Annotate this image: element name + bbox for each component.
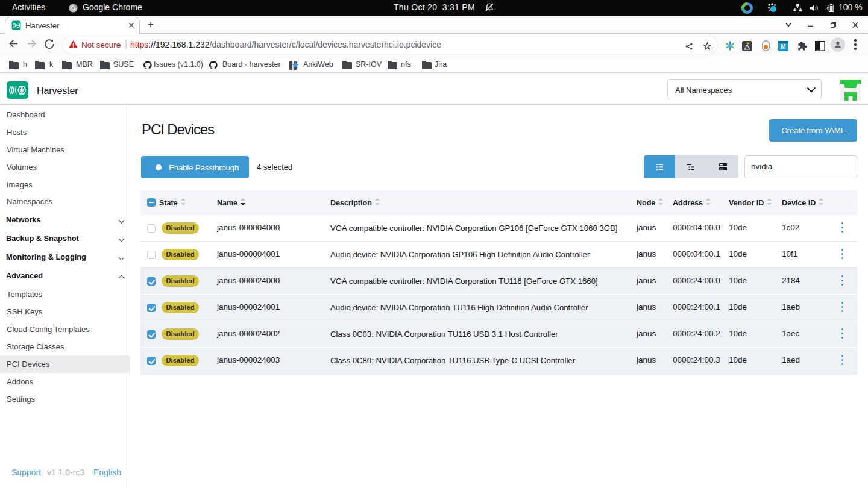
- svg-text:M: M: [781, 43, 785, 50]
